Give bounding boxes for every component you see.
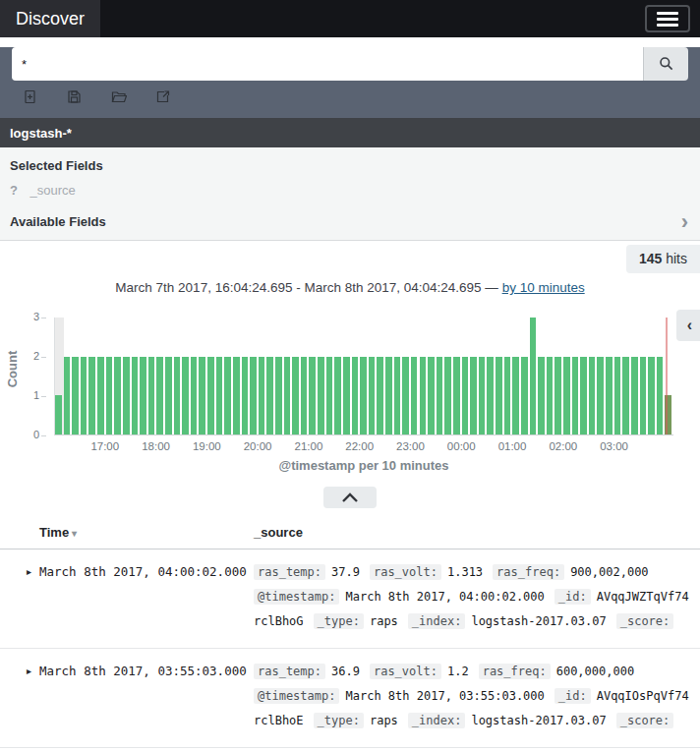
histogram-bar[interactable]: [275, 357, 282, 434]
histogram-bar[interactable]: [394, 357, 401, 434]
search-button[interactable]: [643, 47, 688, 81]
histogram-bar[interactable]: [420, 357, 427, 434]
histogram-bar[interactable]: [640, 357, 647, 434]
histogram-bar[interactable]: [72, 357, 79, 434]
histogram-bar[interactable]: [88, 357, 95, 434]
histogram-bar[interactable]: [216, 357, 223, 434]
histogram-bar[interactable]: [614, 357, 621, 434]
histogram-bar[interactable]: [622, 357, 629, 434]
histogram-bar[interactable]: [479, 357, 486, 434]
histogram-bar[interactable]: [326, 357, 333, 434]
histogram-bar[interactable]: [377, 357, 383, 434]
histogram-bar[interactable]: [437, 357, 443, 434]
collapse-histogram-button[interactable]: [323, 487, 377, 508]
histogram-bar[interactable]: [530, 318, 537, 434]
field-item-source[interactable]: ? _source: [0, 180, 700, 205]
histogram-bar[interactable]: [580, 357, 587, 434]
histogram-bar[interactable]: [385, 357, 392, 434]
histogram-bar[interactable]: [64, 357, 71, 434]
histogram-bar[interactable]: [199, 357, 205, 434]
collapse-chart-left-button[interactable]: ‹: [676, 310, 700, 341]
histogram-bar[interactable]: [224, 357, 231, 434]
histogram-bar[interactable]: [597, 357, 604, 434]
histogram-bar[interactable]: [547, 357, 554, 434]
histogram-bar[interactable]: [657, 357, 664, 434]
histogram-bar[interactable]: [554, 357, 561, 434]
expand-row-caret-icon[interactable]: ▸: [0, 560, 39, 634]
histogram-bar[interactable]: [470, 357, 477, 434]
hamburger-menu-button[interactable]: [645, 5, 690, 32]
collapse-sidebar-icon[interactable]: ›: [681, 215, 690, 229]
histogram-bar[interactable]: [114, 357, 121, 434]
save-search-icon[interactable]: [67, 88, 83, 104]
histogram-bar[interactable]: [631, 357, 638, 434]
histogram-bar[interactable]: [81, 357, 88, 434]
histogram-bar[interactable]: [233, 357, 240, 434]
histogram-plot[interactable]: [54, 318, 673, 435]
y-tick-mark: [41, 396, 46, 397]
histogram-bar[interactable]: [343, 357, 350, 434]
hamburger-icon: [657, 12, 678, 15]
field-label: _type:: [314, 713, 364, 728]
histogram-bar[interactable]: [140, 357, 146, 434]
histogram-bar[interactable]: [284, 357, 291, 434]
histogram-bar[interactable]: [156, 357, 163, 434]
field-value: raps: [370, 714, 398, 727]
histogram-bar[interactable]: [148, 357, 155, 434]
available-fields-label: Available Fields: [10, 214, 106, 229]
histogram-bar[interactable]: [106, 357, 113, 434]
histogram-bar[interactable]: [174, 357, 181, 434]
field-label: _index:: [408, 613, 466, 629]
x-axis-label: @timestamp per 10 minutes: [54, 458, 673, 473]
histogram-bar[interactable]: [242, 357, 249, 434]
histogram-bar[interactable]: [487, 357, 494, 434]
histogram-bar[interactable]: [453, 357, 460, 434]
new-search-icon[interactable]: [23, 88, 38, 104]
interval-link[interactable]: by 10 minutes: [502, 280, 585, 295]
histogram-bar[interactable]: [521, 357, 528, 434]
discover-app: Discover: [0, 0, 700, 752]
histogram-bar[interactable]: [266, 357, 273, 434]
histogram-bar[interactable]: [462, 357, 469, 434]
open-search-icon[interactable]: [111, 88, 127, 104]
histogram-bar[interactable]: [504, 357, 511, 434]
histogram-bar[interactable]: [318, 357, 324, 434]
field-value: 37.9: [331, 565, 360, 579]
search-input[interactable]: [12, 47, 643, 81]
histogram-bar[interactable]: [572, 357, 579, 434]
histogram-bar[interactable]: [352, 357, 359, 434]
histogram-bar[interactable]: [191, 357, 198, 434]
app-title-tab[interactable]: Discover: [0, 0, 100, 37]
histogram-bar[interactable]: [207, 357, 214, 434]
share-icon[interactable]: [155, 88, 171, 104]
index-pattern-selector[interactable]: logstash-*: [0, 118, 700, 147]
expand-row-caret-icon[interactable]: ▸: [0, 660, 39, 733]
histogram-bar[interactable]: [132, 357, 139, 434]
histogram-bar[interactable]: [165, 357, 172, 434]
histogram-bar[interactable]: [411, 357, 418, 434]
histogram-bar[interactable]: [512, 357, 519, 434]
histogram-bar[interactable]: [444, 357, 451, 434]
histogram-bar[interactable]: [360, 357, 367, 434]
histogram-bar[interactable]: [563, 357, 570, 434]
column-header-time[interactable]: Time▾: [39, 525, 254, 540]
histogram-bar[interactable]: [309, 357, 316, 434]
histogram-bar[interactable]: [250, 357, 257, 434]
histogram-bar[interactable]: [589, 357, 596, 434]
histogram-bar[interactable]: [182, 357, 189, 434]
histogram-bar[interactable]: [259, 357, 265, 434]
document-table-rows: ▸March 8th 2017, 04:00:02.000ras_temp:37…: [0, 550, 700, 752]
histogram-bar[interactable]: [55, 395, 62, 434]
histogram-bar[interactable]: [292, 357, 299, 434]
histogram-bar[interactable]: [606, 357, 612, 434]
histogram-bar[interactable]: [369, 357, 376, 434]
histogram-bar[interactable]: [123, 357, 130, 434]
histogram-bar[interactable]: [402, 357, 409, 434]
histogram-bar[interactable]: [301, 357, 308, 434]
histogram-bar[interactable]: [538, 357, 545, 434]
histogram-bar[interactable]: [496, 357, 502, 434]
histogram-bar[interactable]: [648, 357, 655, 434]
histogram-bar[interactable]: [428, 357, 435, 434]
histogram-bar[interactable]: [334, 357, 341, 434]
histogram-bar[interactable]: [97, 357, 104, 434]
